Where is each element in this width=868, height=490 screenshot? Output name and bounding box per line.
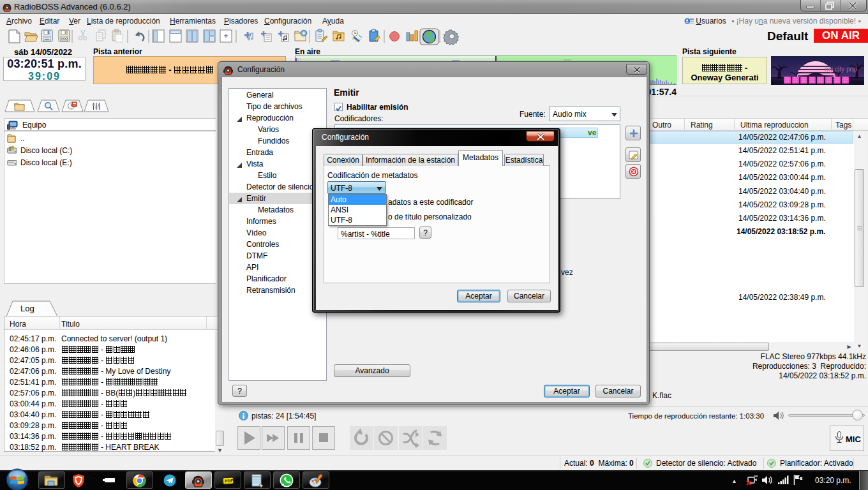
svg-text:my city pop: my city pop [825,66,857,73]
svg-text:Log: Log [20,304,34,313]
svg-text:PDF: PDF [225,479,233,484]
